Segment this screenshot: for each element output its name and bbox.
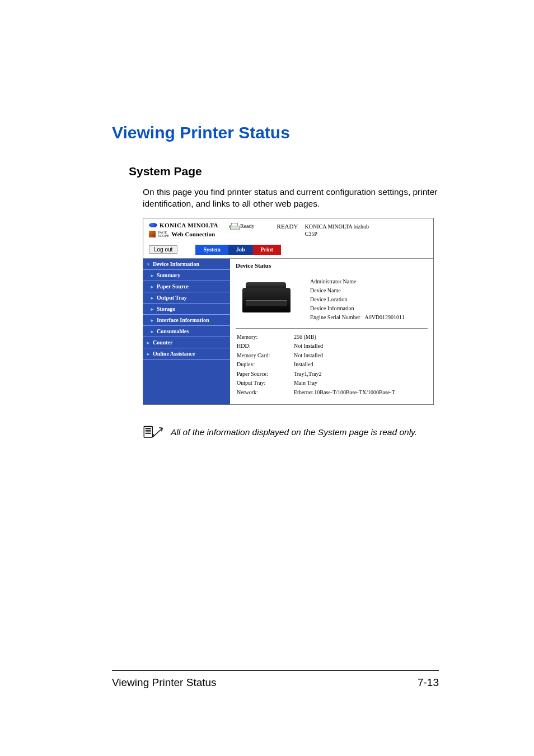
specs-table: Memory:256 (MB) HDD:Not Installed Memory… (236, 332, 396, 398)
brand-name: KONICA MINOLTA (160, 222, 218, 228)
nav-summary[interactable]: Summary (143, 270, 230, 281)
note: All of the information displayed on the … (112, 425, 439, 440)
table-row: Device Location (310, 296, 405, 304)
embedded-screenshot: KONICA MINOLTA PAGE SCOPE Web Connection… (143, 218, 434, 405)
nav-counter[interactable]: Counter (143, 337, 230, 348)
table-row: Duplex:Installed (237, 361, 395, 369)
web-connection-label: Web Connection (171, 231, 215, 237)
chevron-right-icon (150, 328, 154, 334)
nav-consumables[interactable]: Consumables (143, 326, 230, 337)
nav-device-information[interactable]: Device Information (143, 259, 230, 270)
chevron-down-icon (146, 261, 151, 267)
nav-output-tray[interactable]: Output Tray (143, 292, 230, 304)
footer-title: Viewing Printer Status (112, 676, 217, 689)
intro-paragraph: On this page you find printer status and… (112, 186, 439, 210)
chevron-right-icon (150, 317, 154, 323)
model-line2: C35P (305, 230, 369, 237)
printer-status-icon (230, 223, 238, 230)
device-status-title: Device Status (236, 262, 428, 269)
pagescope-icon (149, 231, 156, 237)
table-row: Administrator Name (310, 278, 405, 286)
brand-logo-icon (149, 223, 157, 227)
logout-button[interactable]: Log out (149, 245, 177, 254)
table-row: Device Information (310, 305, 405, 312)
page-heading: Viewing Printer Status (112, 123, 439, 142)
table-row: Device Name (310, 287, 405, 295)
tab-job[interactable]: Job (228, 245, 253, 255)
tab-print[interactable]: Print (253, 245, 281, 255)
model-line1: KONICA MINOLTA bizhub (305, 223, 369, 230)
nav-storage[interactable]: Storage (143, 304, 230, 315)
table-row: Output Tray:Main Tray (237, 379, 395, 388)
nav-paper-source[interactable]: Paper Source (143, 281, 230, 292)
divider (236, 328, 428, 329)
ready-small-label: Ready (240, 223, 255, 229)
note-icon (143, 425, 163, 440)
footer-page-number: 7-13 (418, 676, 439, 689)
table-row: Memory:256 (MB) (237, 333, 395, 342)
table-row: Memory Card:Not Installed (237, 352, 395, 360)
chevron-right-icon (150, 295, 154, 301)
tab-system[interactable]: System (195, 245, 228, 255)
page-footer: Viewing Printer Status 7-13 (112, 670, 439, 689)
table-row: Engine Serial NumberA0VD012901011 (310, 314, 405, 321)
ready-big-label: READY (255, 222, 294, 230)
nav-interface-information[interactable]: Interface Information (143, 315, 230, 326)
side-nav: Device Information Summary Paper Source … (143, 259, 230, 405)
printer-image (236, 273, 306, 318)
table-row: Paper Source:Tray1,Tray2 (237, 370, 395, 379)
table-row: Network:Ethernet 10Base-T/100Base-TX/100… (237, 389, 395, 397)
note-text: All of the information displayed on the … (163, 427, 417, 437)
nav-online-assistance[interactable]: Online Assistance (143, 348, 230, 360)
device-info-table: Administrator Name Device Name Device Lo… (309, 277, 406, 323)
chevron-right-icon (146, 339, 151, 346)
chevron-right-icon (146, 351, 151, 357)
pagescope-label: PAGE SCOPE (158, 231, 169, 238)
section-heading: System Page (112, 165, 439, 178)
table-row: HDD:Not Installed (237, 342, 395, 351)
chevron-right-icon (150, 306, 154, 312)
chevron-right-icon (150, 283, 154, 290)
chevron-right-icon (150, 272, 154, 278)
